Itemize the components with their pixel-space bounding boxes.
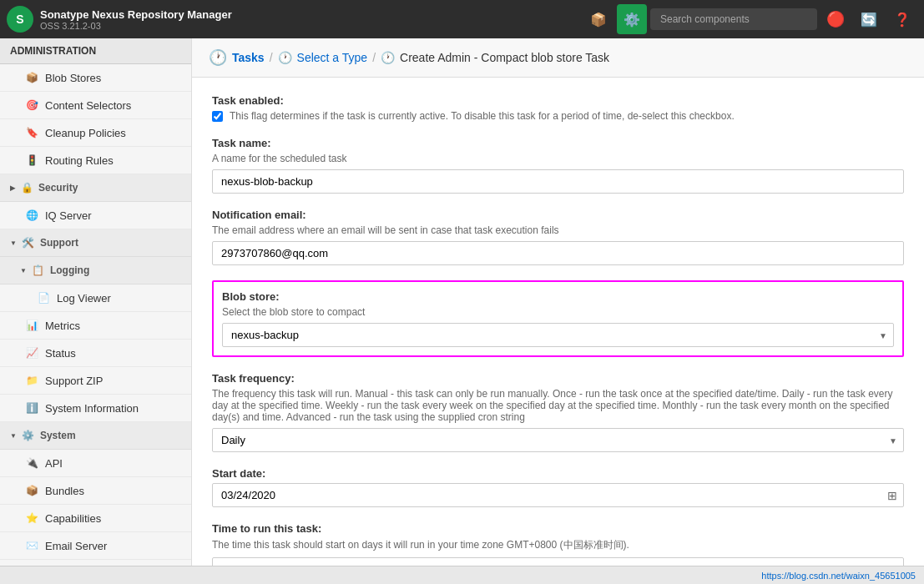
task-enabled-checkbox[interactable] — [212, 111, 223, 122]
bundles-icon: 📦 — [25, 484, 38, 497]
sidebar-label-email-server: Email Server — [45, 540, 107, 552]
sidebar-label-system-information: System Information — [45, 402, 139, 415]
sidebar-item-api[interactable]: 🔌 API — [0, 450, 191, 477]
task-frequency-select[interactable]: Daily Manual Once Weekly Monthly Advance… — [212, 428, 904, 452]
api-icon: 🔌 — [25, 456, 38, 470]
task-name-label: Task name: — [212, 137, 904, 149]
sidebar-section-logging[interactable]: ▼ 📋 Logging — [0, 257, 191, 284]
breadcrumb-clock-icon-2: 🕐 — [278, 51, 292, 64]
sidebar-item-email-server[interactable]: ✉️ Email Server — [0, 532, 191, 560]
app-subtitle: OSS 3.21.2-03 — [40, 21, 232, 31]
sidebar-item-blob-stores[interactable]: 📦 Blob Stores — [0, 64, 191, 92]
sidebar-label-system: System — [40, 430, 76, 441]
sidebar-item-cleanup-policies[interactable]: 🔖 Cleanup Policies — [0, 119, 191, 147]
sidebar-item-content-selectors[interactable]: 🎯 Content Selectors — [0, 92, 191, 119]
blob-store-desc: Select the blob store to compact — [222, 306, 894, 318]
sidebar-section-system[interactable]: ▼ ⚙️ System — [0, 422, 191, 450]
start-date-label: Start date: — [212, 467, 904, 480]
sidebar-label-metrics: Metrics — [45, 320, 80, 332]
breadcrumb-sep-1: / — [270, 51, 273, 64]
logging-icon: 📋 — [32, 264, 45, 277]
start-date-section: Start date: ⊞ — [212, 467, 904, 507]
sidebar-item-support-zip[interactable]: 📁 Support ZIP — [0, 367, 191, 395]
sidebar-item-metrics[interactable]: 📊 Metrics — [0, 312, 191, 340]
browse-icon-btn[interactable]: 📦 — [583, 4, 613, 34]
brand-text: Sonatype Nexus Repository Manager OSS 3.… — [40, 8, 232, 31]
content-area: 🕐 Tasks / 🕐 Select a Type / 🕐 Create Adm… — [192, 38, 924, 566]
sidebar-label-support: Support — [40, 237, 78, 249]
support-icon: 🛠️ — [22, 236, 35, 249]
logging-expand-icon: ▼ — [20, 267, 27, 274]
breadcrumb-sep-2: / — [372, 51, 376, 64]
sidebar-label-status: Status — [45, 347, 76, 360]
blob-stores-icon: 📦 — [25, 71, 38, 84]
breadcrumb-clock-icon: 🕐 — [209, 48, 227, 67]
sidebar-item-log-viewer[interactable]: 📄 Log Viewer — [0, 284, 191, 312]
task-name-desc: A name for the scheduled task — [212, 153, 904, 164]
cleanup-policies-icon: 🔖 — [25, 126, 38, 139]
notification-email-section: Notification email: The email address wh… — [212, 209, 904, 265]
blob-store-select[interactable]: nexus-backup default — [222, 323, 894, 347]
email-server-icon: ✉️ — [25, 539, 38, 552]
notification-email-input[interactable] — [212, 241, 904, 265]
top-navigation: S Sonatype Nexus Repository Manager OSS … — [0, 0, 924, 38]
time-desc: The time this task should start on days … — [212, 538, 904, 552]
sidebar-label-capabilities: Capabilities — [45, 512, 101, 525]
settings-icon-btn[interactable]: ⚙️ — [617, 4, 647, 34]
sidebar-item-iq-server[interactable]: 🌐 IQ Server — [0, 202, 191, 229]
content-selectors-icon: 🎯 — [25, 98, 38, 112]
task-name-input[interactable] — [212, 169, 904, 194]
alert-icon-btn[interactable]: 🔴 — [820, 4, 851, 34]
task-frequency-desc: The frequency this task will run. Manual… — [212, 388, 904, 423]
blob-store-select-wrapper: nexus-backup default ▼ — [222, 323, 894, 347]
security-expand-icon: ▶ — [10, 184, 15, 192]
sidebar-label-bundles: Bundles — [45, 485, 84, 497]
breadcrumb-create-task: Create Admin - Compact blob store Task — [400, 51, 609, 64]
notification-email-desc: The email address where an email will be… — [212, 224, 904, 236]
start-date-wrapper: ⊞ — [212, 483, 904, 507]
breadcrumb-select-type[interactable]: Select a Type — [297, 51, 368, 64]
time-select[interactable]: 01:00 00:00 02:00 03:00 — [212, 557, 904, 566]
sidebar: Administration 📦 Blob Stores 🎯 Content S… — [0, 38, 192, 566]
sidebar-label-log-viewer: Log Viewer — [57, 292, 111, 305]
security-icon: 🔒 — [20, 181, 33, 194]
capabilities-icon: ⭐ — [25, 511, 38, 525]
time-section: Time to run this task: The time this tas… — [212, 522, 904, 566]
sidebar-label-content-selectors: Content Selectors — [45, 99, 131, 112]
sidebar-item-system-information[interactable]: ℹ️ System Information — [0, 395, 191, 422]
breadcrumb-tasks-label: Tasks — [232, 51, 265, 64]
task-name-section: Task name: A name for the scheduled task — [212, 137, 904, 194]
refresh-icon-btn[interactable]: 🔄 — [854, 4, 884, 34]
sidebar-label-support-zip: Support ZIP — [45, 375, 103, 387]
support-expand-icon: ▼ — [10, 239, 17, 247]
nav-icons: 📦 ⚙️ 🔴 🔄 ❓ — [583, 4, 917, 34]
breadcrumb-tasks[interactable]: Tasks — [232, 51, 265, 64]
routing-rules-icon: 🚦 — [25, 154, 38, 167]
search-input[interactable] — [650, 8, 817, 30]
form-container: Task enabled: This flag determines if th… — [192, 78, 924, 566]
sidebar-label-logging: Logging — [50, 264, 89, 276]
support-zip-icon: 📁 — [25, 374, 38, 387]
notification-email-label: Notification email: — [212, 209, 904, 221]
sidebar-item-status[interactable]: 📈 Status — [0, 340, 191, 367]
sidebar-label-blob-stores: Blob Stores — [45, 72, 101, 84]
iq-server-icon: 🌐 — [25, 209, 38, 222]
brand: S Sonatype Nexus Repository Manager OSS … — [7, 6, 583, 33]
task-frequency-section: Task frequency: The frequency this task … — [212, 372, 904, 452]
status-icon: 📈 — [25, 346, 38, 360]
sidebar-item-routing-rules[interactable]: 🚦 Routing Rules — [0, 147, 191, 174]
start-date-input[interactable] — [212, 483, 904, 507]
sidebar-label-security: Security — [38, 182, 78, 194]
sidebar-section-security[interactable]: ▶ 🔒 Security — [0, 174, 191, 202]
sidebar-item-capabilities[interactable]: ⭐ Capabilities — [0, 505, 191, 532]
status-bar: https://blog.csdn.net/waixn_45651005 — [0, 566, 924, 584]
help-icon-btn[interactable]: ❓ — [887, 4, 917, 34]
system-information-icon: ℹ️ — [25, 401, 38, 415]
blob-store-label: Blob store: — [222, 290, 894, 303]
app-title: Sonatype Nexus Repository Manager — [40, 8, 232, 21]
sidebar-section-support[interactable]: ▼ 🛠️ Support — [0, 229, 191, 257]
system-icon: ⚙️ — [22, 429, 35, 442]
brand-logo: S — [7, 6, 33, 33]
sidebar-item-bundles[interactable]: 📦 Bundles — [0, 477, 191, 505]
task-enabled-row: This flag determines if the task is curr… — [212, 110, 904, 122]
